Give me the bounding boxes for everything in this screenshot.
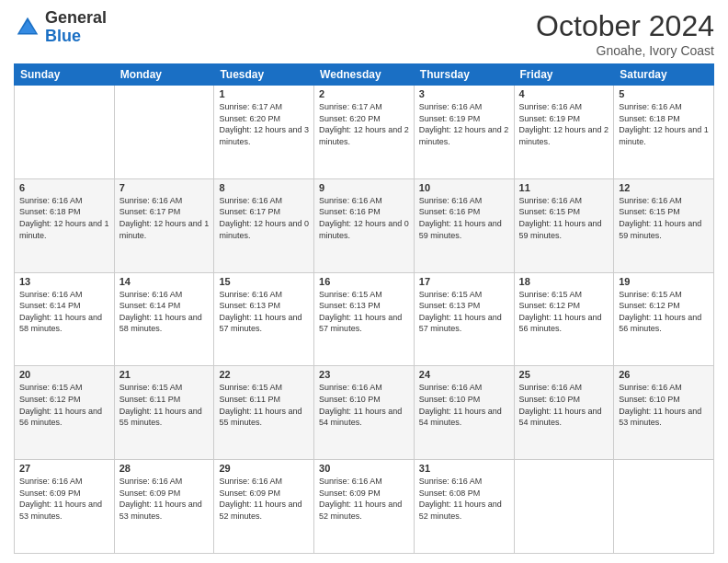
calendar-cell: 29Sunrise: 6:16 AM Sunset: 6:09 PM Dayli… (214, 460, 314, 554)
logo-general: General (45, 8, 107, 27)
day-number: 22 (219, 369, 309, 380)
cell-content: Sunrise: 6:15 AM Sunset: 6:13 PM Dayligh… (419, 289, 509, 335)
calendar-cell: 3Sunrise: 6:16 AM Sunset: 6:19 PM Daylig… (414, 86, 514, 179)
calendar-cell: 19Sunrise: 6:15 AM Sunset: 6:12 PM Dayli… (614, 272, 714, 366)
calendar-cell: 16Sunrise: 6:15 AM Sunset: 6:13 PM Dayli… (314, 272, 415, 366)
cell-content: Sunrise: 6:15 AM Sunset: 6:11 PM Dayligh… (119, 382, 210, 428)
calendar-cell: 28Sunrise: 6:16 AM Sunset: 6:09 PM Dayli… (114, 460, 214, 554)
month-title: October 2024 (536, 9, 714, 43)
calendar-cell (15, 86, 115, 179)
calendar-cell: 17Sunrise: 6:15 AM Sunset: 6:13 PM Dayli… (414, 272, 514, 366)
cell-content: Sunrise: 6:16 AM Sunset: 6:19 PM Dayligh… (519, 101, 609, 147)
calendar-cell: 9Sunrise: 6:16 AM Sunset: 6:16 PM Daylig… (314, 178, 415, 272)
day-number: 29 (219, 463, 309, 474)
calendar-cell: 13Sunrise: 6:16 AM Sunset: 6:14 PM Dayli… (15, 272, 115, 366)
cell-content: Sunrise: 6:15 AM Sunset: 6:12 PM Dayligh… (619, 289, 709, 335)
col-monday: Monday (114, 64, 214, 86)
calendar-cell: 27Sunrise: 6:16 AM Sunset: 6:09 PM Dayli… (15, 460, 115, 554)
calendar-cell: 6Sunrise: 6:16 AM Sunset: 6:18 PM Daylig… (15, 178, 115, 272)
calendar-cell: 12Sunrise: 6:16 AM Sunset: 6:15 PM Dayli… (614, 178, 714, 272)
cell-content: Sunrise: 6:16 AM Sunset: 6:09 PM Dayligh… (319, 476, 409, 522)
logo-text: General Blue (45, 9, 107, 46)
cell-content: Sunrise: 6:15 AM Sunset: 6:12 PM Dayligh… (19, 382, 109, 428)
day-number: 10 (419, 182, 509, 193)
calendar-week-row: 6Sunrise: 6:16 AM Sunset: 6:18 PM Daylig… (15, 178, 714, 272)
day-number: 4 (519, 88, 609, 99)
cell-content: Sunrise: 6:16 AM Sunset: 6:17 PM Dayligh… (119, 195, 210, 241)
calendar-cell: 30Sunrise: 6:16 AM Sunset: 6:09 PM Dayli… (314, 460, 415, 554)
calendar-cell: 18Sunrise: 6:15 AM Sunset: 6:12 PM Dayli… (514, 272, 614, 366)
day-number: 20 (19, 369, 109, 380)
calendar-cell: 25Sunrise: 6:16 AM Sunset: 6:10 PM Dayli… (514, 366, 614, 460)
cell-content: Sunrise: 6:16 AM Sunset: 6:14 PM Dayligh… (19, 289, 109, 335)
calendar-cell: 10Sunrise: 6:16 AM Sunset: 6:16 PM Dayli… (414, 178, 514, 272)
calendar-cell (514, 460, 614, 554)
cell-content: Sunrise: 6:16 AM Sunset: 6:09 PM Dayligh… (219, 476, 309, 522)
day-number: 21 (119, 369, 210, 380)
cell-content: Sunrise: 6:16 AM Sunset: 6:13 PM Dayligh… (219, 289, 309, 335)
cell-content: Sunrise: 6:16 AM Sunset: 6:15 PM Dayligh… (519, 195, 609, 241)
col-wednesday: Wednesday (314, 64, 415, 86)
day-number: 6 (19, 182, 109, 193)
day-number: 17 (419, 276, 509, 287)
day-number: 24 (419, 369, 509, 380)
cell-content: Sunrise: 6:15 AM Sunset: 6:12 PM Dayligh… (519, 289, 609, 335)
day-number: 28 (119, 463, 210, 474)
day-number: 23 (319, 369, 409, 380)
calendar-cell: 21Sunrise: 6:15 AM Sunset: 6:11 PM Dayli… (114, 366, 214, 460)
day-number: 26 (619, 369, 709, 380)
col-friday: Friday (514, 64, 614, 86)
day-number: 8 (219, 182, 309, 193)
day-number: 18 (519, 276, 609, 287)
cell-content: Sunrise: 6:16 AM Sunset: 6:10 PM Dayligh… (519, 382, 609, 428)
header: General Blue October 2024 Gnoahe, Ivory … (14, 9, 714, 58)
day-number: 7 (119, 182, 210, 193)
cell-content: Sunrise: 6:16 AM Sunset: 6:14 PM Dayligh… (119, 289, 210, 335)
title-block: October 2024 Gnoahe, Ivory Coast (536, 9, 714, 58)
calendar-cell: 26Sunrise: 6:16 AM Sunset: 6:10 PM Dayli… (614, 366, 714, 460)
calendar-cell: 24Sunrise: 6:16 AM Sunset: 6:10 PM Dayli… (414, 366, 514, 460)
day-number: 25 (519, 369, 609, 380)
calendar-cell: 15Sunrise: 6:16 AM Sunset: 6:13 PM Dayli… (214, 272, 314, 366)
col-sunday: Sunday (15, 64, 115, 86)
calendar-table: Sunday Monday Tuesday Wednesday Thursday… (14, 63, 714, 554)
cell-content: Sunrise: 6:17 AM Sunset: 6:20 PM Dayligh… (219, 101, 309, 147)
calendar-cell: 5Sunrise: 6:16 AM Sunset: 6:18 PM Daylig… (614, 86, 714, 179)
calendar-week-row: 20Sunrise: 6:15 AM Sunset: 6:12 PM Dayli… (15, 366, 714, 460)
location-subtitle: Gnoahe, Ivory Coast (536, 43, 714, 58)
day-number: 2 (319, 88, 409, 99)
cell-content: Sunrise: 6:16 AM Sunset: 6:19 PM Dayligh… (419, 101, 509, 147)
calendar-cell: 7Sunrise: 6:16 AM Sunset: 6:17 PM Daylig… (114, 178, 214, 272)
calendar-cell: 4Sunrise: 6:16 AM Sunset: 6:19 PM Daylig… (514, 86, 614, 179)
calendar-week-row: 13Sunrise: 6:16 AM Sunset: 6:14 PM Dayli… (15, 272, 714, 366)
day-number: 14 (119, 276, 210, 287)
cell-content: Sunrise: 6:16 AM Sunset: 6:09 PM Dayligh… (119, 476, 210, 522)
col-tuesday: Tuesday (214, 64, 314, 86)
cell-content: Sunrise: 6:16 AM Sunset: 6:18 PM Dayligh… (19, 195, 109, 241)
day-number: 9 (319, 182, 409, 193)
day-number: 13 (19, 276, 109, 287)
day-number: 12 (619, 182, 709, 193)
calendar-cell: 1Sunrise: 6:17 AM Sunset: 6:20 PM Daylig… (214, 86, 314, 179)
page: General Blue October 2024 Gnoahe, Ivory … (0, 0, 728, 563)
cell-content: Sunrise: 6:16 AM Sunset: 6:16 PM Dayligh… (419, 195, 509, 241)
cell-content: Sunrise: 6:16 AM Sunset: 6:10 PM Dayligh… (419, 382, 509, 428)
col-saturday: Saturday (614, 64, 714, 86)
calendar-cell: 2Sunrise: 6:17 AM Sunset: 6:20 PM Daylig… (314, 86, 415, 179)
calendar-cell (614, 460, 714, 554)
calendar-cell (114, 86, 214, 179)
day-number: 19 (619, 276, 709, 287)
logo: General Blue (14, 9, 107, 46)
day-number: 30 (319, 463, 409, 474)
cell-content: Sunrise: 6:16 AM Sunset: 6:18 PM Dayligh… (619, 101, 709, 147)
day-number: 11 (519, 182, 609, 193)
day-number: 16 (319, 276, 409, 287)
day-number: 31 (419, 463, 509, 474)
cell-content: Sunrise: 6:16 AM Sunset: 6:10 PM Dayligh… (319, 382, 409, 428)
cell-content: Sunrise: 6:17 AM Sunset: 6:20 PM Dayligh… (319, 101, 409, 147)
calendar-cell: 20Sunrise: 6:15 AM Sunset: 6:12 PM Dayli… (15, 366, 115, 460)
cell-content: Sunrise: 6:15 AM Sunset: 6:11 PM Dayligh… (219, 382, 309, 428)
day-number: 5 (619, 88, 709, 99)
col-thursday: Thursday (414, 64, 514, 86)
calendar-week-row: 1Sunrise: 6:17 AM Sunset: 6:20 PM Daylig… (15, 86, 714, 179)
